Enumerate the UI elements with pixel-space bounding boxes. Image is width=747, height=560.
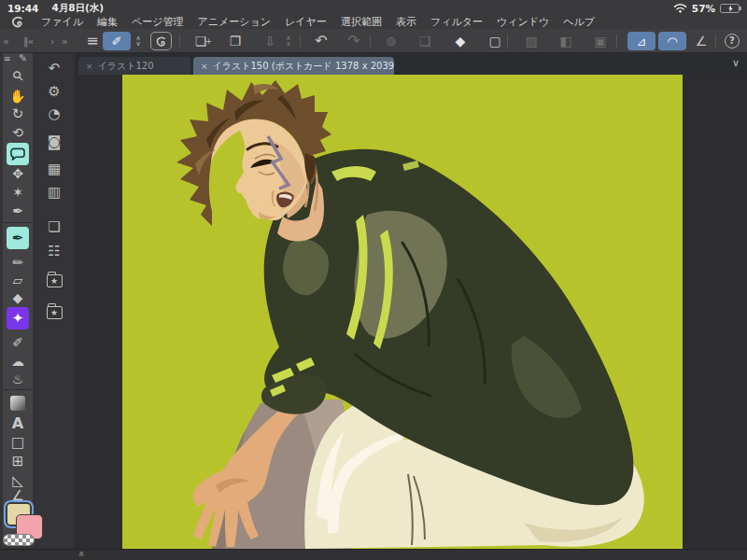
select-layer-button[interactable]: ❏: [413, 34, 437, 49]
nav-last-icon[interactable]: »: [62, 35, 67, 48]
nav-prev-icon[interactable]: ‖«: [23, 35, 33, 48]
current-tool-pen-icon: ✎: [19, 52, 27, 64]
menu-filter[interactable]: フィルター: [430, 15, 483, 29]
cmd-layer-property[interactable]: ❏: [41, 217, 67, 236]
nav-next-icon[interactable]: ›: [50, 35, 53, 48]
cmd-material-folder-2[interactable]: ★: [41, 303, 67, 322]
cmd-timelapse[interactable]: ◔: [41, 105, 67, 123]
tab-overflow-chevron-icon[interactable]: ∨: [732, 57, 740, 69]
tool-selection-lasso[interactable]: ⟲: [6, 123, 30, 142]
invert-selection-button[interactable]: ◧: [554, 34, 578, 49]
cmd-undo-history[interactable]: ↶: [41, 59, 67, 77]
toolbar-separator: [370, 35, 371, 48]
tool-eraser[interactable]: ▱: [6, 271, 30, 289]
selection-border-button[interactable]: ▣: [588, 34, 613, 49]
battery-percent: 57%: [692, 3, 715, 14]
pen-icon: ✐: [112, 35, 122, 49]
tab-label: イラスト120: [98, 60, 154, 73]
redo-button[interactable]: ↷: [342, 34, 366, 49]
toolbar-separator: [616, 35, 617, 48]
menu-window[interactable]: ウィンドウ: [497, 15, 549, 29]
menu-file[interactable]: ファイル: [41, 15, 83, 29]
clip-studio-button[interactable]: [150, 32, 172, 50]
command-toolbar: « ‖« › » ≡ ✐ ∧ ∨ ❏+ ❐ ⇩ ⇩ ∧ ∨ ↶ ↷ ⊚ ❏ ◆ …: [0, 29, 747, 53]
tool-rotate-canvas[interactable]: ↻: [6, 105, 30, 123]
tool-hand[interactable]: ✋: [6, 87, 30, 105]
tool-gradient[interactable]: [6, 394, 30, 413]
tool-figure[interactable]: □: [6, 433, 30, 452]
gradient-icon: [10, 396, 25, 411]
snap-to-special-ruler-button[interactable]: ◠: [658, 32, 686, 50]
header: 19:44 4月8日(水) 57% ファイル 編集 ページ管理 アニメーション …: [0, 0, 747, 29]
plus-icon: +: [205, 35, 212, 49]
transform-button[interactable]: ▢: [483, 34, 507, 49]
cmd-layers-panel[interactable]: ☷: [41, 242, 67, 260]
processing-spinner-icon: ⊚: [379, 34, 403, 49]
menu-layer[interactable]: レイヤー: [285, 15, 327, 29]
open-file-button[interactable]: ❐: [223, 34, 247, 49]
deselect-button[interactable]: ▨: [519, 34, 543, 49]
undo-button[interactable]: ↶: [309, 34, 333, 49]
main-menu-icon[interactable]: ≡: [80, 34, 105, 49]
tab-label: イラスト150 (ポストカード 1378 x 2039px 350dpi 111…: [213, 60, 394, 73]
tool-auto-select-wand[interactable]: ✶: [6, 183, 30, 202]
tool-airbrush[interactable]: ☁: [6, 352, 30, 371]
help-button[interactable]: ?: [725, 34, 740, 49]
toolbar-separator: [300, 35, 301, 48]
menu-edit[interactable]: 編集: [97, 15, 118, 29]
tool-zoom[interactable]: ⚲: [6, 66, 30, 85]
close-icon[interactable]: ×: [201, 62, 208, 71]
folder-star-icon: ★: [47, 306, 63, 319]
close-icon[interactable]: ×: [86, 62, 93, 71]
clock: 19:44: [7, 3, 38, 14]
menu-help[interactable]: ヘルプ: [563, 15, 595, 29]
tool-decoration-selected[interactable]: ✦: [7, 307, 29, 329]
pen-touch-toggle-button[interactable]: ✐: [103, 32, 131, 50]
tool-text[interactable]: A: [6, 413, 30, 432]
palette-divider: [4, 222, 32, 223]
transparent-color-swatch[interactable]: [3, 534, 35, 546]
menu-bar: ファイル 編集 ページ管理 アニメーション レイヤー 選択範囲 表示 フィルター…: [0, 14, 747, 29]
tool-pencil[interactable]: ✏: [6, 253, 30, 272]
clip-swirl-icon: [155, 35, 167, 48]
battery-icon: [720, 4, 740, 13]
cmd-grid-panel[interactable]: ▦: [41, 160, 67, 178]
tool-move[interactable]: ✥: [6, 164, 30, 183]
save-options-chevrons[interactable]: ∧ ∨: [283, 32, 294, 50]
collapse-chevron-icon[interactable]: «: [76, 551, 88, 557]
new-canvas-button[interactable]: ❏+: [189, 34, 213, 49]
cmd-display-mode[interactable]: ◙: [41, 133, 67, 151]
magnifier-icon: ⚲: [9, 67, 27, 85]
tab-illust120[interactable]: × イラスト120: [78, 57, 190, 75]
tool-eyedropper[interactable]: ✒: [6, 202, 30, 220]
nav-first-icon[interactable]: «: [3, 35, 8, 48]
save-icon: ⇩: [258, 34, 282, 49]
tab-illust150-active[interactable]: × イラスト150 (ポストカード 1378 x 2039px 350dpi 1…: [193, 57, 394, 75]
cmd-auto-action[interactable]: ⚙: [41, 82, 67, 101]
tool-frame-border[interactable]: ⊞: [6, 452, 30, 470]
fill-button[interactable]: ◆: [448, 34, 472, 49]
canvas-artwork[interactable]: [122, 75, 683, 549]
palette-menu-icon[interactable]: ≡: [4, 54, 11, 63]
snap-to-guide-button[interactable]: ∠: [689, 34, 713, 49]
tool-balloon-selected[interactable]: [7, 143, 29, 165]
tool-pen-selected[interactable]: ✒: [7, 227, 29, 249]
menu-view[interactable]: 表示: [396, 15, 416, 29]
wifi-icon: [673, 3, 687, 13]
drawing-canvas[interactable]: [122, 75, 683, 549]
date: 4月8日(水): [51, 2, 104, 15]
snap-to-ruler-button[interactable]: ⊿: [627, 32, 655, 50]
menu-page-manage[interactable]: ページ管理: [132, 15, 184, 29]
chevron-down-icon: ∨: [135, 41, 140, 47]
cmd-material-folder[interactable]: ★: [41, 272, 67, 290]
menu-selection[interactable]: 選択範囲: [341, 15, 382, 29]
toolbar-separator: [715, 35, 716, 48]
menu-animation[interactable]: アニメーション: [198, 15, 272, 29]
cmd-animation-panel[interactable]: ▥: [41, 183, 67, 202]
bottom-bar: «: [0, 549, 747, 560]
tool-palette: ≡ ✎ ⚲ ✋ ↻ ⟲ ✥ ✶ ✒ ✒ ✏ ▱ ◆ ✦ ✐ ☁ ♨ A □ ⊞ …: [0, 53, 75, 549]
tool-brush[interactable]: ✐: [6, 333, 30, 352]
tool-fill-bucket[interactable]: ◆: [6, 288, 30, 307]
tool-blend[interactable]: ♨: [6, 370, 30, 388]
toolbar-expand-chevrons[interactable]: ∧ ∨: [133, 32, 144, 50]
